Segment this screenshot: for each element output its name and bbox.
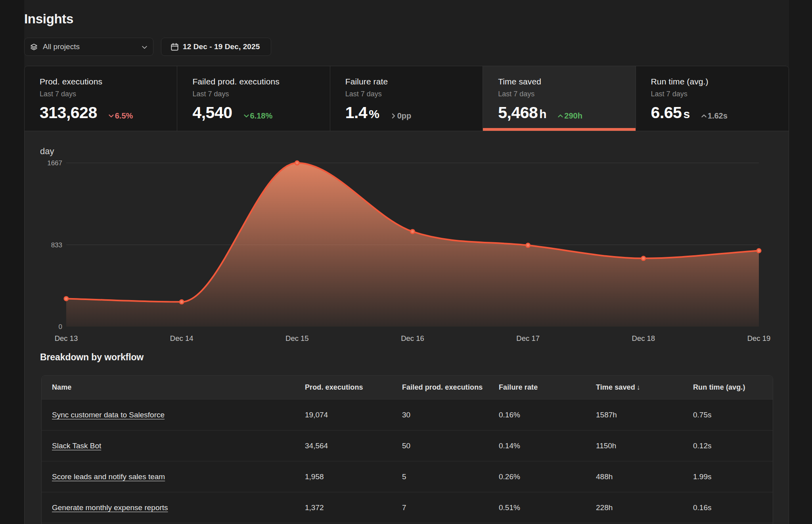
metric-tabs: Prod. executionsLast 7 days313,6286.5%Fa… xyxy=(25,66,789,131)
cell-time-saved: 488h xyxy=(596,472,693,481)
metric-unit: s xyxy=(683,107,689,121)
selected-tab-underline xyxy=(483,128,635,131)
project-filter-dropdown[interactable]: All projects xyxy=(24,38,153,56)
cell-name: Generate monthly expense reports xyxy=(42,503,305,512)
trend-down-icon xyxy=(108,113,115,119)
date-range-value: 12 Dec - 19 Dec, 2025 xyxy=(183,42,260,51)
metric-period: Last 7 days xyxy=(345,90,471,99)
cell-time-saved: 1150h xyxy=(596,442,693,450)
svg-text:day: day xyxy=(40,146,54,156)
workflow-link[interactable]: Sync customer data to Salesforce xyxy=(52,411,165,419)
page-title: Insights xyxy=(24,11,73,27)
layers-icon xyxy=(30,43,38,51)
metric-delta: 6.5% xyxy=(108,111,133,120)
insights-panel: Prod. executionsLast 7 days313,6286.5%Fa… xyxy=(24,66,789,524)
svg-text:Dec 18: Dec 18 xyxy=(632,334,655,342)
cell-run-time-avg: 1.99s xyxy=(693,472,773,481)
column-header-run-time-avg[interactable]: Run time (avg.) xyxy=(693,383,773,392)
svg-text:833: 833 xyxy=(51,241,62,249)
workflow-link[interactable]: Slack Task Bot xyxy=(52,442,101,450)
table-row: Score leads and notify sales team1,95850… xyxy=(42,461,773,492)
cell-failure-rate: 0.16% xyxy=(499,411,596,419)
cell-failure-rate: 0.26% xyxy=(499,472,596,481)
workflow-table: NameProd. executionsFailed prod. executi… xyxy=(41,375,773,524)
metric-value: 313,628 xyxy=(40,104,97,121)
trend-right-icon xyxy=(390,113,397,119)
cell-run-time-avg: 0.12s xyxy=(693,442,773,450)
svg-text:Dec 19: Dec 19 xyxy=(747,334,771,342)
cell-prod-executions: 1,958 xyxy=(305,472,402,481)
workflow-table-body: Sync customer data to Salesforce19,07430… xyxy=(42,399,773,524)
column-header-prod-executions[interactable]: Prod. executions xyxy=(305,383,402,392)
cell-run-time-avg: 0.16s xyxy=(693,503,773,512)
metric-period: Last 7 days xyxy=(651,90,777,99)
table-row: Slack Task Bot34,564500.14%1150h0.12s xyxy=(42,430,773,461)
metric-period: Last 7 days xyxy=(40,90,165,99)
metric-tab-prod-executions[interactable]: Prod. executionsLast 7 days313,6286.5% xyxy=(25,66,177,131)
column-header-name[interactable]: Name xyxy=(42,383,305,392)
cell-failure-rate: 0.51% xyxy=(499,503,596,512)
main-content: Insights All projects xyxy=(24,0,789,524)
breakdown-title: Breakdown by workflow xyxy=(40,352,144,363)
svg-text:1667: 1667 xyxy=(47,159,62,167)
workflow-link[interactable]: Generate monthly expense reports xyxy=(52,503,168,512)
metric-period: Last 7 days xyxy=(498,90,623,99)
calendar-icon xyxy=(170,43,179,51)
sort-desc-icon: ↓ xyxy=(637,383,640,391)
svg-text:Dec 13: Dec 13 xyxy=(55,334,78,342)
svg-text:Dec 14: Dec 14 xyxy=(170,334,193,342)
metric-tab-run-time-avg[interactable]: Run time (avg.)Last 7 days6.65s1.62s xyxy=(636,66,789,131)
metric-tab-failure-rate[interactable]: Failure rateLast 7 days1.4%0pp xyxy=(330,66,483,131)
metric-delta: 1.62s xyxy=(701,111,728,120)
chevron-down-icon xyxy=(141,44,148,51)
cell-prod-executions: 1,372 xyxy=(305,503,402,512)
cell-name: Slack Task Bot xyxy=(42,442,305,450)
metric-delta: 6.18% xyxy=(243,111,273,120)
cell-failed-prod-executions: 5 xyxy=(402,472,499,481)
project-filter-value: All projects xyxy=(43,42,80,51)
metric-value: 1.4 xyxy=(345,104,368,121)
svg-text:Dec 16: Dec 16 xyxy=(401,334,424,342)
metric-delta: 290h xyxy=(557,111,582,120)
time-saved-area-chart[interactable]: 08331667dayDec 13Dec 14Dec 15Dec 16Dec 1… xyxy=(25,131,789,348)
metric-delta: 0pp xyxy=(390,111,412,120)
trend-up-icon xyxy=(701,113,707,119)
date-range-picker[interactable]: 12 Dec - 19 Dec, 2025 xyxy=(161,38,271,56)
metric-value: 4,540 xyxy=(192,104,232,121)
column-header-time-saved[interactable]: Time saved↓ xyxy=(596,383,693,392)
cell-name: Sync customer data to Salesforce xyxy=(42,411,305,419)
trend-down-icon xyxy=(243,113,250,119)
cell-failed-prod-executions: 7 xyxy=(402,503,499,512)
metric-label: Prod. executions xyxy=(40,76,165,86)
cell-failed-prod-executions: 50 xyxy=(402,442,499,450)
workflow-table-header: NameProd. executionsFailed prod. executi… xyxy=(42,376,773,399)
metric-value: 5,468 xyxy=(498,104,538,121)
table-row: Sync customer data to Salesforce19,07430… xyxy=(42,399,773,430)
table-row: Generate monthly expense reports1,37270.… xyxy=(42,492,773,523)
svg-text:Dec 17: Dec 17 xyxy=(516,334,540,342)
cell-prod-executions: 19,074 xyxy=(305,411,402,419)
metric-label: Failure rate xyxy=(345,76,471,86)
metric-period: Last 7 days xyxy=(192,90,318,99)
metric-unit: h xyxy=(539,107,546,121)
svg-text:0: 0 xyxy=(59,323,62,331)
metric-label: Time saved xyxy=(498,76,623,86)
cell-prod-executions: 34,564 xyxy=(305,442,402,450)
metric-tab-failed-prod-executions[interactable]: Failed prod. executionsLast 7 days4,5406… xyxy=(177,66,330,131)
cell-run-time-avg: 0.75s xyxy=(693,411,773,419)
column-header-failure-rate[interactable]: Failure rate xyxy=(499,383,596,392)
cell-failed-prod-executions: 30 xyxy=(402,411,499,419)
workflow-link[interactable]: Score leads and notify sales team xyxy=(52,472,165,481)
metric-tab-time-saved[interactable]: Time savedLast 7 days5,468h290h xyxy=(483,66,636,131)
metric-label: Failed prod. executions xyxy=(192,76,318,86)
trend-up-icon xyxy=(557,113,564,119)
right-gutter xyxy=(789,0,812,524)
metric-label: Run time (avg.) xyxy=(651,76,777,86)
cell-failure-rate: 0.14% xyxy=(499,442,596,450)
cell-time-saved: 228h xyxy=(596,503,693,512)
cell-name: Score leads and notify sales team xyxy=(42,472,305,481)
cell-time-saved: 1587h xyxy=(596,411,693,419)
column-header-failed-prod-executions[interactable]: Failed prod. executions xyxy=(402,383,499,392)
metric-unit: % xyxy=(369,107,379,121)
svg-text:Dec 15: Dec 15 xyxy=(285,334,309,342)
